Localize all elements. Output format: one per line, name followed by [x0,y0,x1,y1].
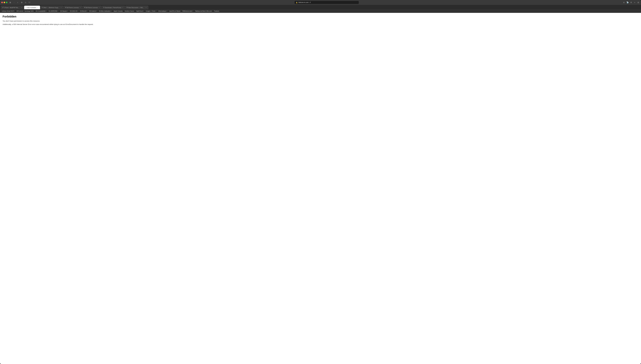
tab-close-downloads-themeforest[interactable]: × [122,7,124,8]
right-toolbar-controls: A 📡 ⬆ + ⊟ [622,1,640,4]
bookmark-chevron-gabriel: ▾ [96,10,97,12]
tab-favicon-betheme-licenses-2: M [84,7,85,8]
bookmark-informatique[interactable]: Informatique▾ [158,10,168,12]
bookmark-label-linksys: Linksys Smart Wi-Fi [2,10,14,12]
tab-label-cpanel: cPanel - MultiPHP Manager [4,7,20,8]
tab-close-403-forbidden[interactable]: × [37,7,39,8]
bookmark-chevron-highcloud: ▾ [143,10,144,12]
tab-favicon-betheme-licenses-1: M [65,7,66,8]
bookmark-label-macos-steam: macOS on Steam [169,10,180,12]
tab-label-other-betheme: Other — Betheme Support Forum [43,7,60,8]
tab-favicon-cpanel: cP [2,7,4,8]
add-tab-button[interactable]: + [633,1,636,4]
bookmark-chevron-gag-in: ▾ [78,10,78,12]
bookmark-label-benoit: 04-Benoît [80,10,86,12]
bookmark-chevron-square: ▾ [67,10,68,12]
sidebar-toggle-button[interactable]: ⊞ [9,1,12,4]
bookmark-highcloud[interactable]: HighCloud▾ [136,10,144,12]
tab-cpanel[interactable]: cPcPanel - MultiPHP Manager× [1,6,24,9]
bookmark-label-compatabilite: 00-Comptabilité [36,10,46,12]
bookmark-traduire[interactable]: Traduire [213,10,220,12]
window-controls [1,2,8,3]
browser-window: ⊞ ‹ › ⚙ ⚠ 🛡 🔒 hidrone-in.com ↺ A 📡 ⬆ + ⊟… [0,0,641,364]
bookmark-compatabilite[interactable]: 00-Comptabilité▾ [35,10,48,12]
shield-icon[interactable]: 🛡 [28,1,31,4]
bookmark-chevron-images-fonts: ▾ [156,10,156,12]
tab-label-betheme-licenses-1: BeTheme Licenses [67,7,79,8]
bookmark-hidrone[interactable]: 01-HIDRONE▾ [48,10,59,12]
bookmark-gestion-canon[interactable]: Gestion Canon [124,10,135,12]
bookmark-linksys[interactable]: Linksys Smart Wi-Fi [1,10,15,12]
tab-favicon-other-betheme: B [42,7,43,8]
forward-button[interactable]: › [16,1,19,4]
bookmark-label-highcloud: HighCloud [136,10,143,12]
bookmark-label-gabriel: 05-Gabriel [89,10,96,12]
bookmark-apple-canada[interactable]: Apple Canada [113,10,124,12]
bookmark-macos-steam[interactable]: macOS on Steam [168,10,181,12]
bookmark-label-gestion-canon: Gestion Canon [124,10,134,12]
bookmarks-bar: Linksys Smart Wi-FiHID-server - Synology… [0,9,641,13]
tab-new-discussion-betheme[interactable]: MNew Discussion — Retheme Support Forum× [125,6,148,9]
bookmark-label-informatique: Informatique [158,10,166,12]
share-button[interactable]: ⬆ [630,1,632,4]
sidebar-right-button[interactable]: ⊟ [637,1,640,4]
bookmark-label-reference-web: Référence web [182,10,192,12]
bookmark-label-tableau-de-bord: Tableau de Bord | Wix.com [195,10,212,12]
page-line2: Additionally, a 500 Internal Server Erro… [2,23,638,26]
tab-betheme-licenses-2[interactable]: MBeTheme Licenses× [83,6,102,9]
bookmark-chevron-benoit: ▾ [86,10,87,12]
left-toolbar-icons: ⚙ ⚠ 🛡 [20,1,31,4]
bookmark-label-apple-canada: Apple Canada [114,10,123,12]
bookmark-chevron-compatabilite: ▾ [46,10,47,12]
bookmark-gabriel[interactable]: 05-Gabriel▾ [88,10,98,12]
tab-close-new-discussion-betheme[interactable]: × [145,7,147,8]
bookmark-label-traduire: Traduire [214,10,219,12]
tab-label-new-discussion-betheme: New Discussion — Retheme Support Forum [128,7,145,8]
bookmark-images-fonts[interactable]: Images - Fonts▾ [145,10,157,12]
translate-icon[interactable]: A [622,1,625,4]
tab-close-other-betheme[interactable]: × [60,7,62,8]
bookmark-benoit[interactable]: 04-Benoît▾ [80,10,88,12]
page-heading: Forbidden [2,15,638,18]
back-button[interactable]: ‹ [12,1,16,4]
warning-icon[interactable]: ⚠ [24,1,27,4]
tab-403-forbidden[interactable]: ⚠403 Forbidden× [24,6,40,9]
url-text: hidrone-in.com [298,2,308,3]
bookmark-square[interactable]: 02-Square▾ [60,10,68,12]
tab-other-betheme[interactable]: BOther — Betheme Support Forum× [40,6,64,9]
bookmark-chevron-realisation: ▾ [111,10,112,12]
bookmark-tableau-de-bord[interactable]: Tableau de Bord | Wix.com [194,10,213,12]
tab-close-cpanel[interactable]: × [21,7,22,8]
url-bar[interactable]: 🔒 hidrone-in.com ↺ [294,1,359,4]
tab-label-403-forbidden: 403 Forbidden [27,7,36,8]
tab-betheme-licenses-1[interactable]: MBeTheme Licenses× [64,6,82,9]
bookmark-label-realisation: 06-Mes réalisation [99,10,110,12]
bookmark-label-hidrone: 01-HIDRONE [49,10,57,12]
reload-button[interactable]: ↺ [309,2,311,4]
nav-buttons: ‹ › [12,1,19,4]
tab-favicon-downloads-themeforest: D [103,7,104,8]
close-button[interactable] [1,2,3,3]
lock-icon: 🔒 [296,2,298,3]
page-line1: You don't have permission to access this… [2,20,638,22]
cast-icon[interactable]: 📡 [626,1,629,4]
title-bar: ⊞ ‹ › ⚙ ⚠ 🛡 🔒 hidrone-in.com ↺ A 📡 ⬆ + ⊟ [0,0,641,5]
tabs-bar: cPcPanel - MultiPHP Manager×⚠403 Forbidd… [0,5,641,9]
tab-label-downloads-themeforest: Downloads | ThemeForest [105,7,121,8]
tab-label-betheme-licenses-2: BeTheme Licenses [86,7,98,8]
bookmark-reference-web[interactable]: Référence web▾ [182,10,194,12]
maximize-button[interactable] [6,2,8,3]
bookmark-realisation[interactable]: 06-Mes réalisation▾ [98,10,112,12]
tab-close-betheme-licenses-2[interactable]: × [98,7,100,8]
bookmark-label-images-fonts: Images - Fonts [146,10,155,12]
bookmark-label-square: 02-Square [60,10,67,12]
bookmark-hid-server[interactable]: HID-server - Synology NAS [16,10,34,12]
tab-close-betheme-licenses-1[interactable]: × [79,7,81,8]
bookmark-label-hid-server: HID-server - Synology NAS [16,10,34,12]
tab-downloads-themeforest[interactable]: DDownloads | ThemeForest× [102,6,125,9]
bookmark-gag-in[interactable]: 03-GAG-IN▾ [69,10,79,12]
settings-icon[interactable]: ⚙ [20,1,23,4]
bookmark-chevron-informatique: ▾ [166,10,167,12]
minimize-button[interactable] [4,2,5,3]
bookmark-chevron-hidrone: ▾ [58,10,58,12]
